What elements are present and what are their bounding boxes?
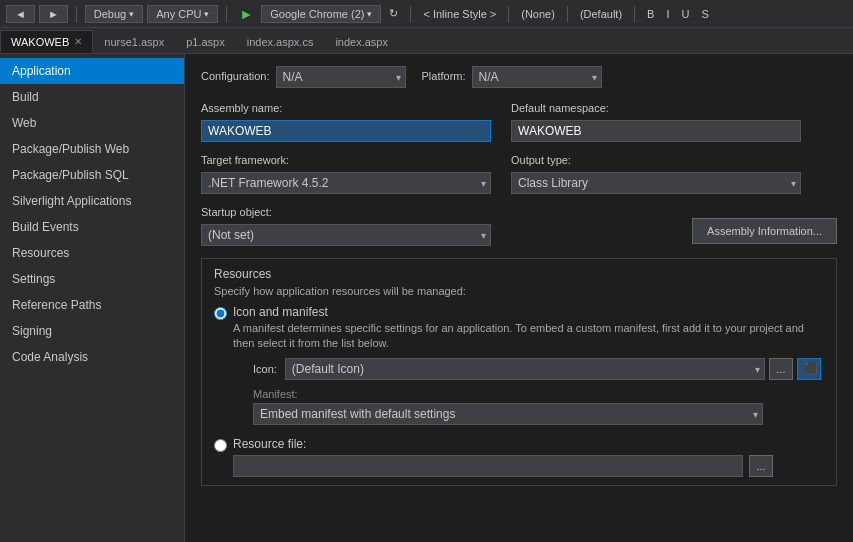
- toolbar-separator-5: [567, 6, 568, 22]
- cpu-dropdown[interactable]: Any CPU ▾: [147, 5, 218, 23]
- resource-file-row: ...: [233, 455, 773, 477]
- icon-manifest-content: Icon and manifest A manifest determines …: [233, 305, 824, 425]
- assembly-info-button[interactable]: Assembly Information...: [692, 218, 837, 244]
- platform-label: Platform:: [422, 70, 466, 82]
- browser-dropdown[interactable]: Google Chrome (2) ▾: [261, 5, 381, 23]
- resource-file-label: Resource file:: [233, 437, 773, 451]
- resources-section: Resources Specify how application resour…: [201, 258, 837, 486]
- icon-extra-btn[interactable]: ⬛: [797, 358, 821, 380]
- manifest-row: Manifest: Embed manifest with default se…: [253, 388, 824, 425]
- startup-assembly-row: Startup object: (Not set) Assembly Infor…: [201, 206, 837, 246]
- platform-select-wrapper: N/A: [472, 66, 602, 88]
- icon-manifest-desc: A manifest determines specific settings …: [233, 321, 824, 352]
- debug-dropdown-arrow: ▾: [129, 9, 134, 19]
- assembly-name-label: Assembly name:: [201, 102, 491, 114]
- assembly-namespace-row: Assembly name: Default namespace:: [201, 102, 837, 142]
- icon-row: Icon: (Default Icon) ... ⬛: [253, 358, 824, 380]
- icon-select[interactable]: (Default Icon): [285, 358, 765, 380]
- bold-btn[interactable]: B: [643, 6, 658, 22]
- target-framework-select[interactable]: .NET Framework 4.5.2: [201, 172, 491, 194]
- toolbar-separator-1: [76, 6, 77, 22]
- assembly-info-container: Assembly Information...: [511, 218, 837, 246]
- underline-btn[interactable]: U: [677, 6, 693, 22]
- debug-dropdown[interactable]: Debug ▾: [85, 5, 143, 23]
- italic-btn[interactable]: I: [662, 6, 673, 22]
- sidebar-item-signing[interactable]: Signing: [0, 318, 184, 344]
- sidebar-item-application[interactable]: Application: [0, 58, 184, 84]
- tab-index-aspx[interactable]: index.aspx: [324, 30, 399, 53]
- icon-select-wrapper: (Default Icon): [285, 358, 765, 380]
- resource-file-input[interactable]: [233, 455, 743, 477]
- nav-forward-btn[interactable]: ►: [39, 5, 68, 23]
- resources-desc: Specify how application resources will b…: [214, 285, 824, 297]
- tab-nurse1-label: nurse1.aspx: [104, 36, 164, 48]
- config-select[interactable]: N/A: [276, 66, 406, 88]
- sidebar-item-settings[interactable]: Settings: [0, 266, 184, 292]
- resource-file-option: Resource file: ...: [214, 437, 824, 477]
- sidebar-item-package-publish-web[interactable]: Package/Publish Web: [0, 136, 184, 162]
- config-platform-row: Configuration: N/A Platform: N/A: [201, 66, 837, 88]
- startup-object-select[interactable]: (Not set): [201, 224, 491, 246]
- framework-output-row: Target framework: .NET Framework 4.5.2 O…: [201, 154, 837, 194]
- refresh-btn[interactable]: ↻: [385, 5, 402, 22]
- default-label: (Default): [576, 8, 626, 20]
- icon-manifest-label: Icon and manifest: [233, 305, 824, 319]
- resource-file-content: Resource file: ...: [233, 437, 773, 477]
- manifest-select-wrapper: Embed manifest with default settings: [253, 403, 763, 425]
- sidebar-item-package-publish-sql[interactable]: Package/Publish SQL: [0, 162, 184, 188]
- sidebar-item-code-analysis[interactable]: Code Analysis: [0, 344, 184, 370]
- icon-manifest-option: Icon and manifest A manifest determines …: [214, 305, 824, 425]
- main-layout: Application Build Web Package/Publish We…: [0, 54, 853, 542]
- sidebar: Application Build Web Package/Publish We…: [0, 54, 185, 542]
- tab-index-cs-label: index.aspx.cs: [247, 36, 314, 48]
- tab-wakoweb[interactable]: WAKOWEB ✕: [0, 30, 93, 53]
- default-namespace-input[interactable]: [511, 120, 801, 142]
- startup-object-label: Startup object:: [201, 206, 491, 218]
- content-area: Configuration: N/A Platform: N/A Ass: [185, 54, 853, 542]
- manifest-select[interactable]: Embed manifest with default settings: [253, 403, 763, 425]
- icon-manifest-radio[interactable]: [214, 307, 227, 320]
- manifest-label: Manifest:: [253, 388, 824, 400]
- resource-options: Icon and manifest A manifest determines …: [214, 305, 824, 477]
- icon-browse-btn[interactable]: ...: [769, 358, 793, 380]
- top-toolbar: ◄ ► Debug ▾ Any CPU ▾ ► Google Chrome (2…: [0, 0, 853, 28]
- output-type-group: Output type: Class Library: [511, 154, 801, 194]
- cpu-dropdown-arrow: ▾: [204, 9, 209, 19]
- sidebar-item-reference-paths[interactable]: Reference Paths: [0, 292, 184, 318]
- tab-p1[interactable]: p1.aspx: [175, 30, 236, 53]
- startup-object-group: Startup object: (Not set): [201, 206, 491, 246]
- resources-title: Resources: [214, 267, 824, 281]
- run-button[interactable]: ►: [235, 6, 257, 22]
- sidebar-item-resources[interactable]: Resources: [0, 240, 184, 266]
- platform-item: Platform: N/A: [422, 66, 602, 88]
- tab-nurse1[interactable]: nurse1.aspx: [93, 30, 175, 53]
- toolbar-separator-3: [410, 6, 411, 22]
- default-namespace-group: Default namespace:: [511, 102, 801, 142]
- output-type-select[interactable]: Class Library: [511, 172, 801, 194]
- assembly-name-group: Assembly name:: [201, 102, 491, 142]
- toolbar-separator-6: [634, 6, 635, 22]
- config-select-wrapper: N/A: [276, 66, 406, 88]
- resource-file-radio[interactable]: [214, 439, 227, 452]
- output-type-select-wrapper: Class Library: [511, 172, 801, 194]
- browser-dropdown-arrow: ▾: [367, 9, 372, 19]
- config-label: Configuration:: [201, 70, 270, 82]
- sidebar-item-build[interactable]: Build: [0, 84, 184, 110]
- sidebar-item-web[interactable]: Web: [0, 110, 184, 136]
- none-label: (None): [517, 8, 559, 20]
- nav-back-btn[interactable]: ◄: [6, 5, 35, 23]
- tab-wakoweb-close[interactable]: ✕: [74, 36, 82, 47]
- sidebar-item-build-events[interactable]: Build Events: [0, 214, 184, 240]
- startup-object-select-wrapper: (Not set): [201, 224, 491, 246]
- assembly-name-input[interactable]: [201, 120, 491, 142]
- target-framework-label: Target framework:: [201, 154, 491, 166]
- tab-index-aspx-label: index.aspx: [335, 36, 388, 48]
- sidebar-item-silverlight-apps[interactable]: Silverlight Applications: [0, 188, 184, 214]
- resource-file-browse-btn[interactable]: ...: [749, 455, 773, 477]
- tab-p1-label: p1.aspx: [186, 36, 225, 48]
- tab-wakoweb-label: WAKOWEB: [11, 36, 69, 48]
- tab-index-cs[interactable]: index.aspx.cs: [236, 30, 325, 53]
- platform-select[interactable]: N/A: [472, 66, 602, 88]
- inline-style-label: < Inline Style >: [419, 8, 500, 20]
- strikethrough-btn[interactable]: S: [697, 6, 712, 22]
